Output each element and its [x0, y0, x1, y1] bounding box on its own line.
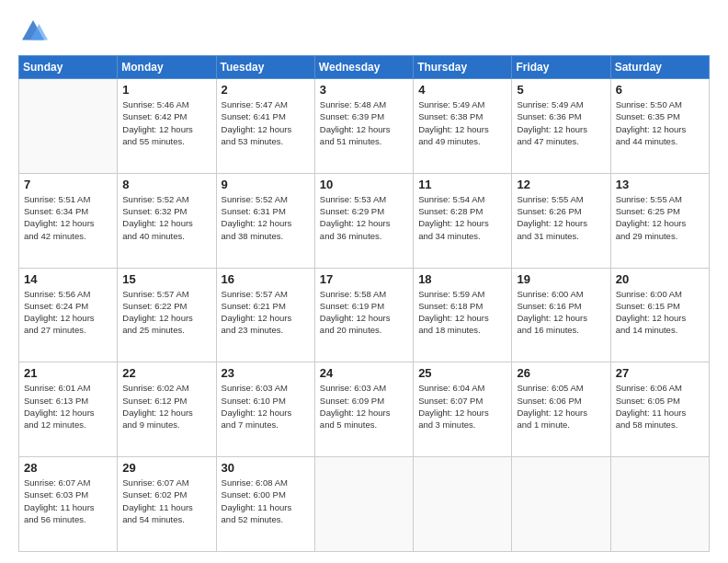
- week-row-1: 1Sunrise: 5:46 AM Sunset: 6:42 PM Daylig…: [19, 79, 710, 174]
- calendar-cell: 22Sunrise: 6:02 AM Sunset: 6:12 PM Dayli…: [118, 362, 216, 457]
- header: [18, 17, 710, 46]
- day-number: 6: [616, 83, 704, 97]
- week-row-4: 21Sunrise: 6:01 AM Sunset: 6:13 PM Dayli…: [19, 362, 710, 457]
- day-info: Sunrise: 6:04 AM Sunset: 6:07 PM Dayligh…: [418, 382, 506, 431]
- day-number: 27: [616, 366, 704, 380]
- calendar-cell: [414, 457, 512, 552]
- calendar-page: SundayMondayTuesdayWednesdayThursdayFrid…: [0, 0, 728, 563]
- day-info: Sunrise: 5:57 AM Sunset: 6:22 PM Dayligh…: [122, 288, 210, 337]
- day-info: Sunrise: 5:53 AM Sunset: 6:29 PM Dayligh…: [320, 193, 408, 242]
- day-number: 15: [122, 272, 210, 286]
- calendar-cell: 20Sunrise: 6:00 AM Sunset: 6:15 PM Dayli…: [610, 268, 709, 362]
- calendar-cell: 10Sunrise: 5:53 AM Sunset: 6:29 PM Dayli…: [314, 173, 413, 268]
- calendar-cell: 26Sunrise: 6:05 AM Sunset: 6:06 PM Dayli…: [512, 362, 610, 457]
- week-row-2: 7Sunrise: 5:51 AM Sunset: 6:34 PM Daylig…: [19, 173, 710, 268]
- calendar-cell: 25Sunrise: 6:04 AM Sunset: 6:07 PM Dayli…: [414, 362, 512, 457]
- calendar-table: SundayMondayTuesdayWednesdayThursdayFrid…: [18, 55, 710, 552]
- day-number: 8: [122, 178, 210, 191]
- day-number: 13: [616, 178, 704, 191]
- calendar-cell: 7Sunrise: 5:51 AM Sunset: 6:34 PM Daylig…: [19, 173, 118, 268]
- day-number: 28: [24, 461, 112, 475]
- calendar-cell: 11Sunrise: 5:54 AM Sunset: 6:28 PM Dayli…: [414, 173, 512, 268]
- day-info: Sunrise: 5:57 AM Sunset: 6:21 PM Dayligh…: [222, 288, 310, 337]
- day-number: 24: [320, 366, 408, 380]
- day-number: 9: [222, 178, 310, 191]
- day-number: 11: [418, 178, 506, 191]
- weekday-header-row: SundayMondayTuesdayWednesdayThursdayFrid…: [19, 56, 710, 79]
- calendar-cell: [19, 79, 118, 174]
- day-info: Sunrise: 5:56 AM Sunset: 6:24 PM Dayligh…: [24, 288, 112, 337]
- day-number: 26: [517, 366, 605, 380]
- calendar-cell: [314, 457, 413, 552]
- day-number: 23: [222, 366, 310, 380]
- calendar-cell: 8Sunrise: 5:52 AM Sunset: 6:32 PM Daylig…: [118, 173, 216, 268]
- day-number: 12: [517, 178, 605, 191]
- day-info: Sunrise: 5:49 AM Sunset: 6:38 PM Dayligh…: [418, 98, 506, 147]
- calendar-cell: 21Sunrise: 6:01 AM Sunset: 6:13 PM Dayli…: [19, 362, 118, 457]
- day-info: Sunrise: 6:07 AM Sunset: 6:03 PM Dayligh…: [24, 477, 112, 525]
- week-row-3: 14Sunrise: 5:56 AM Sunset: 6:24 PM Dayli…: [19, 268, 710, 362]
- weekday-header-tuesday: Tuesday: [216, 56, 314, 79]
- calendar-cell: 28Sunrise: 6:07 AM Sunset: 6:03 PM Dayli…: [19, 457, 118, 552]
- calendar-cell: 24Sunrise: 6:03 AM Sunset: 6:09 PM Dayli…: [314, 362, 413, 457]
- weekday-header-monday: Monday: [118, 56, 216, 79]
- logo-icon: [18, 17, 48, 46]
- calendar-cell: 14Sunrise: 5:56 AM Sunset: 6:24 PM Dayli…: [19, 268, 118, 362]
- calendar-cell: 13Sunrise: 5:55 AM Sunset: 6:25 PM Dayli…: [610, 173, 709, 268]
- calendar-cell: 1Sunrise: 5:46 AM Sunset: 6:42 PM Daylig…: [118, 79, 216, 174]
- weekday-header-sunday: Sunday: [19, 56, 118, 79]
- day-number: 22: [122, 366, 210, 380]
- day-info: Sunrise: 5:52 AM Sunset: 6:32 PM Dayligh…: [122, 193, 210, 242]
- calendar-cell: 4Sunrise: 5:49 AM Sunset: 6:38 PM Daylig…: [414, 79, 512, 174]
- day-info: Sunrise: 6:03 AM Sunset: 6:09 PM Dayligh…: [320, 382, 408, 431]
- calendar-cell: 29Sunrise: 6:07 AM Sunset: 6:02 PM Dayli…: [118, 457, 216, 552]
- day-info: Sunrise: 5:47 AM Sunset: 6:41 PM Dayligh…: [222, 98, 310, 147]
- day-info: Sunrise: 5:54 AM Sunset: 6:28 PM Dayligh…: [418, 193, 506, 242]
- day-info: Sunrise: 5:55 AM Sunset: 6:25 PM Dayligh…: [616, 193, 704, 242]
- day-info: Sunrise: 5:46 AM Sunset: 6:42 PM Dayligh…: [122, 98, 210, 147]
- day-number: 21: [24, 366, 112, 380]
- day-number: 1: [122, 83, 210, 97]
- day-number: 14: [24, 272, 112, 286]
- day-number: 20: [616, 272, 704, 286]
- day-info: Sunrise: 6:02 AM Sunset: 6:12 PM Dayligh…: [122, 382, 210, 431]
- day-number: 19: [517, 272, 605, 286]
- weekday-header-friday: Friday: [512, 56, 610, 79]
- weekday-header-thursday: Thursday: [414, 56, 512, 79]
- calendar-cell: 19Sunrise: 6:00 AM Sunset: 6:16 PM Dayli…: [512, 268, 610, 362]
- day-info: Sunrise: 5:58 AM Sunset: 6:19 PM Dayligh…: [320, 288, 408, 337]
- day-number: 10: [320, 178, 408, 191]
- day-number: 17: [320, 272, 408, 286]
- day-number: 16: [222, 272, 310, 286]
- calendar-cell: [610, 457, 709, 552]
- day-number: 18: [418, 272, 506, 286]
- calendar-cell: [512, 457, 610, 552]
- calendar-cell: 5Sunrise: 5:49 AM Sunset: 6:36 PM Daylig…: [512, 79, 610, 174]
- day-info: Sunrise: 5:59 AM Sunset: 6:18 PM Dayligh…: [418, 288, 506, 337]
- day-info: Sunrise: 5:52 AM Sunset: 6:31 PM Dayligh…: [222, 193, 310, 242]
- weekday-header-saturday: Saturday: [610, 56, 709, 79]
- day-number: 4: [418, 83, 506, 97]
- day-number: 29: [122, 461, 210, 475]
- calendar-cell: 17Sunrise: 5:58 AM Sunset: 6:19 PM Dayli…: [314, 268, 413, 362]
- day-info: Sunrise: 6:00 AM Sunset: 6:16 PM Dayligh…: [517, 288, 605, 337]
- calendar-cell: 6Sunrise: 5:50 AM Sunset: 6:35 PM Daylig…: [610, 79, 709, 174]
- day-number: 7: [24, 178, 112, 191]
- day-info: Sunrise: 5:55 AM Sunset: 6:26 PM Dayligh…: [517, 193, 605, 242]
- day-info: Sunrise: 5:51 AM Sunset: 6:34 PM Dayligh…: [24, 193, 112, 242]
- day-number: 3: [320, 83, 408, 97]
- day-number: 30: [222, 461, 310, 475]
- calendar-cell: 3Sunrise: 5:48 AM Sunset: 6:39 PM Daylig…: [314, 79, 413, 174]
- day-info: Sunrise: 6:03 AM Sunset: 6:10 PM Dayligh…: [222, 382, 310, 431]
- calendar-cell: 12Sunrise: 5:55 AM Sunset: 6:26 PM Dayli…: [512, 173, 610, 268]
- calendar-cell: 2Sunrise: 5:47 AM Sunset: 6:41 PM Daylig…: [216, 79, 314, 174]
- day-info: Sunrise: 6:08 AM Sunset: 6:00 PM Dayligh…: [222, 477, 310, 525]
- calendar-cell: 30Sunrise: 6:08 AM Sunset: 6:00 PM Dayli…: [216, 457, 314, 552]
- day-info: Sunrise: 5:50 AM Sunset: 6:35 PM Dayligh…: [616, 98, 704, 147]
- day-info: Sunrise: 6:00 AM Sunset: 6:15 PM Dayligh…: [616, 288, 704, 337]
- calendar-cell: 27Sunrise: 6:06 AM Sunset: 6:05 PM Dayli…: [610, 362, 709, 457]
- calendar-cell: 18Sunrise: 5:59 AM Sunset: 6:18 PM Dayli…: [414, 268, 512, 362]
- calendar-cell: 23Sunrise: 6:03 AM Sunset: 6:10 PM Dayli…: [216, 362, 314, 457]
- day-info: Sunrise: 6:07 AM Sunset: 6:02 PM Dayligh…: [122, 477, 210, 525]
- day-number: 5: [517, 83, 605, 97]
